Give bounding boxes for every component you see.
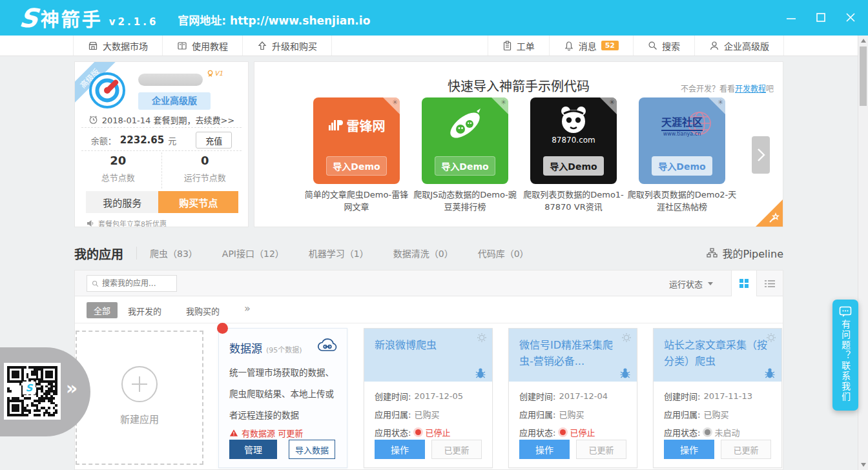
- avatar[interactable]: [89, 72, 125, 108]
- operate-button[interactable]: 操作: [375, 440, 425, 459]
- nav-item-account[interactable]: 企业高级版: [695, 36, 784, 56]
- maximize-button[interactable]: [814, 10, 828, 25]
- promo-note: 套餐包年立享8折优惠: [87, 218, 167, 227]
- list-icon: [765, 280, 775, 288]
- nav-bar: 大数据市场 使用教程 升级和购买 工单 消息 52 搜: [0, 36, 858, 56]
- demo-card-leifeng[interactable]: ✳ 雷锋网 导入Demo: [313, 97, 400, 184]
- demo-card-wandoujia[interactable]: ✳ 导入Demo: [422, 97, 508, 184]
- import-demo-button[interactable]: 导入Demo: [543, 156, 604, 176]
- created-date: 2017-12-04: [559, 391, 608, 401]
- import-data-button[interactable]: 导入数据: [289, 440, 335, 459]
- profile-panel: 高级版 V1 企业高级版 2018-01-14 套餐到期，去续费>> 余额： 2…: [74, 61, 249, 227]
- scrollbar[interactable]: [858, 36, 868, 470]
- gear-icon[interactable]: [766, 332, 776, 343]
- divider: [81, 127, 242, 128]
- tab-codelib[interactable]: 代码库（0）: [478, 247, 529, 260]
- cloud-link-icon: [316, 337, 338, 354]
- carousel-next-button[interactable]: [752, 136, 770, 174]
- demo-card-tianya[interactable]: ✳ 天涯社区 www.tianya.cn 导入Demo: [639, 97, 725, 184]
- import-demo-button[interactable]: 导入Demo: [326, 156, 387, 176]
- search-box[interactable]: [87, 275, 177, 292]
- demo-caption: 简单的文章爬虫Demo-雷锋网文章: [301, 189, 412, 213]
- app-name: 神箭手: [41, 5, 103, 32]
- manage-button[interactable]: 管理: [229, 440, 277, 459]
- my-services-button[interactable]: 我的服务: [86, 191, 158, 213]
- list-view-toggle[interactable]: [757, 271, 783, 296]
- app-window: S 神箭手 v2.1.6 官网地址: http://www.shenjian.i…: [0, 0, 868, 470]
- vip-medal-icon: V1: [207, 70, 223, 78]
- clipboard-icon: [502, 41, 512, 51]
- plan-expiry-link[interactable]: 2018-01-14 套餐到期，去续费>>: [75, 114, 248, 126]
- leifeng-logo: 雷锋网: [313, 97, 400, 153]
- site-url: 官网地址: http://www.shenjian.io: [178, 12, 370, 28]
- status-value: 未启动: [714, 426, 739, 438]
- filter-row: 全部 我开发的 我购买的 »: [75, 296, 783, 323]
- close-button[interactable]: [843, 10, 858, 25]
- divider: [81, 150, 242, 151]
- magic-wand-icon: [767, 212, 780, 225]
- app-card[interactable]: 站长之家文章采集（按分类）爬虫 创建时间:2017-11-13 应用归属:已购买…: [653, 328, 782, 468]
- recharge-button[interactable]: 充值: [196, 132, 232, 148]
- tab-api[interactable]: API接口（12）: [222, 247, 284, 260]
- nav-item-message[interactable]: 消息 52: [550, 36, 634, 56]
- app-card-title[interactable]: 站长之家文章采集（按分类）爬虫: [664, 337, 769, 369]
- app-card[interactable]: 微信号ID精准采集爬虫-营销必备... 创建时间:2017-12-04 应用归属…: [508, 328, 637, 468]
- updated-button[interactable]: 已更新: [431, 440, 482, 459]
- app-card-title[interactable]: 新浪微博爬虫: [375, 337, 479, 353]
- person-icon: [709, 41, 719, 51]
- qr-expand-chevron[interactable]: »: [66, 378, 78, 399]
- username-redacted: [138, 74, 203, 86]
- minimize-button[interactable]: [784, 10, 798, 25]
- nav-item-upgrade[interactable]: 升级和购买: [243, 36, 332, 56]
- scrollbar-thumb[interactable]: [860, 46, 867, 106]
- tab-cleaning[interactable]: 数据清洗（0）: [393, 247, 453, 260]
- contact-us-tab[interactable]: 有问题？联系我们: [832, 300, 858, 411]
- import-demo-button[interactable]: 导入Demo: [652, 156, 712, 176]
- nav-item-search[interactable]: 搜索: [634, 36, 695, 56]
- app-card-title[interactable]: 微信号ID精准采集爬虫-营销必备...: [519, 337, 624, 369]
- search-icon: [92, 280, 99, 288]
- owner-value: 已购买: [559, 408, 584, 420]
- updated-button[interactable]: 已更新: [721, 440, 771, 459]
- bug-icon: [765, 367, 775, 378]
- demo-hint: 不会开发？看看开发教程吧: [681, 83, 774, 94]
- filter-developed[interactable]: 我开发的: [128, 305, 161, 317]
- buy-nodes-button[interactable]: 购买节点: [158, 191, 238, 213]
- filter-purchased[interactable]: 我购买的: [186, 305, 220, 317]
- datasource-card[interactable]: 数据源 (95个数据) 统一管理市场获取的数据、爬虫爬取结果、本地上传或者远程连…: [218, 328, 347, 468]
- dev-tutorial-link[interactable]: 开发教程: [735, 85, 766, 94]
- chevron-right-icon: [755, 147, 767, 163]
- new-app-card[interactable]: 新建应用: [76, 331, 203, 465]
- created-date: 2017-11-13: [703, 391, 752, 401]
- gear-icon[interactable]: [477, 332, 487, 343]
- chevron-down-icon: [708, 282, 713, 285]
- gear-icon[interactable]: [621, 332, 632, 343]
- scroll-up-arrow[interactable]: [861, 39, 866, 43]
- scroll-down-arrow[interactable]: [861, 463, 866, 467]
- stat-total-nodes: 20 总节点数: [75, 152, 161, 189]
- search-input[interactable]: [102, 279, 172, 288]
- run-status-dropdown[interactable]: 运行状态: [669, 271, 713, 296]
- operate-button[interactable]: 操作: [519, 440, 570, 459]
- demo-card-87870[interactable]: ✳ 87870.com 导入Demo: [530, 97, 617, 184]
- status-value: 已停止: [570, 426, 595, 438]
- nav-item-market[interactable]: 大数据市场: [73, 36, 163, 56]
- stat-running-nodes: 0 运行节点数: [161, 152, 249, 189]
- storefront-icon: [88, 41, 98, 51]
- updated-button[interactable]: 已更新: [576, 440, 626, 459]
- tab-ml[interactable]: 机器学习（1）: [309, 247, 369, 260]
- app-card[interactable]: 新浪微博爬虫 创建时间:2017-12-05 应用归属:已购买 应用状态:已停止…: [364, 328, 493, 468]
- import-demo-button[interactable]: 导入Demo: [435, 156, 495, 176]
- filter-more-chevron[interactable]: »: [244, 302, 251, 314]
- title-bar: S 神箭手 v2.1.6 官网地址: http://www.shenjian.i…: [0, 0, 868, 36]
- tab-crawlers[interactable]: 爬虫（83）: [150, 247, 198, 260]
- my-pipeline-link[interactable]: 我的Pipeline: [707, 245, 783, 261]
- demo-caption: 爬取JS动态数据的Demo-豌豆荚排行榜: [409, 189, 521, 213]
- filter-all[interactable]: 全部: [87, 302, 118, 318]
- org-chart-icon: [707, 248, 718, 258]
- grid-view-toggle[interactable]: [731, 271, 757, 296]
- operate-button[interactable]: 操作: [664, 440, 714, 459]
- nav-item-tutorial[interactable]: 使用教程: [163, 36, 243, 56]
- nav-item-ticket[interactable]: 工单: [488, 36, 550, 56]
- datasource-title: 数据源: [229, 340, 262, 356]
